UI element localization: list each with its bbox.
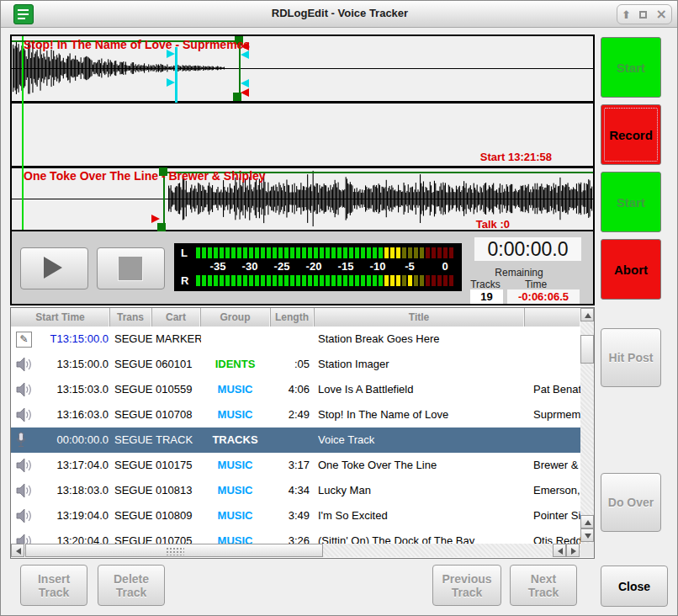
- row-type-icon-cell: [16, 377, 36, 402]
- fade-marker-top-icon[interactable]: [241, 50, 249, 59]
- meter-scale-label: -10: [370, 260, 386, 273]
- log-row[interactable]: 13:17:04.0SEGUE010175MUSIC3:17One Toke O…: [11, 453, 580, 478]
- track1-centerline: [12, 68, 593, 69]
- row-type-icon-cell: [16, 453, 36, 478]
- close-button[interactable]: Close: [601, 566, 668, 607]
- meter-segment: [237, 247, 241, 258]
- cell-start-time: T13:15:00.0: [34, 327, 109, 352]
- voice-tracker-window: RDLogEdit - Voice Tracker ⬆ ×: [0, 0, 678, 616]
- meter-scale-label: -20: [306, 260, 322, 273]
- cell-artist: Suprmemes: [533, 402, 580, 427]
- log-row[interactable]: ✎T13:15:00.0SEGUEMARKERStation Break Goe…: [11, 327, 580, 352]
- log-row-selected[interactable]: 00:00:00.0SEGUETRACKTRACKSVoice Track: [11, 427, 580, 453]
- log-row[interactable]: 13:15:03.0SEGUE010559MUSIC4:06Love Is A …: [11, 377, 580, 402]
- right-arrow-icon: [571, 548, 576, 555]
- next-track-button[interactable]: Next Track: [510, 565, 577, 606]
- column-header-trans[interactable]: Trans: [109, 308, 152, 327]
- hit-post-button[interactable]: Hit Post: [601, 328, 661, 387]
- cell-cart: 060101: [156, 352, 201, 377]
- cell-transition: SEGUE: [114, 352, 153, 377]
- meter-segment: [432, 275, 436, 286]
- v-scroll-down-button[interactable]: [580, 528, 594, 542]
- cell-group: TRACKS: [200, 427, 270, 453]
- v-scroll-up-button[interactable]: [580, 308, 594, 321]
- column-header-start-time[interactable]: Start Time: [11, 308, 110, 327]
- row-type-icon-cell: [16, 352, 36, 377]
- meter-segment: [196, 247, 200, 258]
- cell-group: MUSIC: [200, 478, 270, 503]
- meter-segment: [449, 247, 453, 258]
- thumb-grip: [166, 547, 184, 555]
- log-row[interactable]: 13:19:04.0SEGUE010809MUSIC3:49I'm So Exc…: [11, 503, 580, 528]
- talk-time-label: Talk :0: [331, 218, 510, 231]
- meter-segment: [326, 275, 330, 286]
- cell-start-time: 13:17:04.0: [34, 453, 109, 478]
- log-row[interactable]: 13:18:03.0SEGUE010813MUSIC4:34Lucky ManE…: [11, 478, 580, 503]
- cell-artist: [533, 352, 580, 377]
- track3-handle-bottom[interactable]: [157, 223, 166, 231]
- v-scroll-up2-button[interactable]: [580, 515, 594, 528]
- meter-segment: [314, 247, 318, 258]
- play-icon: [44, 257, 62, 279]
- shade-icon[interactable]: ⬆: [622, 9, 631, 20]
- column-header-length[interactable]: Length: [270, 308, 315, 327]
- v-scroll-thumb[interactable]: [580, 335, 594, 364]
- meter-segment: [390, 275, 395, 286]
- row-type-icon-cell: [16, 528, 36, 544]
- column-header-cart[interactable]: Cart: [151, 308, 201, 327]
- meter-segment: [278, 247, 283, 258]
- record-button[interactable]: Record: [601, 104, 661, 165]
- previous-track-button[interactable]: Previous Track: [432, 565, 501, 606]
- meter-segment: [267, 275, 271, 286]
- cell-length: 2:49: [270, 402, 310, 427]
- cell-transition: SEGUE: [114, 503, 153, 528]
- meter-segment: [225, 247, 230, 258]
- h-scroll-left-button[interactable]: [11, 544, 24, 557]
- track1-fade-marker-line[interactable]: [175, 47, 177, 103]
- cell-artist: Otis Redding: [533, 528, 580, 544]
- meter-segment: [402, 275, 406, 286]
- maximize-icon[interactable]: [639, 11, 647, 19]
- track3-title: One Toke Over The Line - Brewer & Shiple…: [24, 169, 266, 183]
- insert-track-button[interactable]: Insert Track: [20, 565, 87, 606]
- play-button[interactable]: [20, 247, 88, 289]
- stop-icon: [118, 256, 143, 281]
- down-arrow-icon: [585, 534, 591, 539]
- start-track1-button[interactable]: Start: [601, 37, 661, 98]
- fade-marker-bottom-icon[interactable]: [241, 79, 249, 88]
- cell-title: I'm So Excited: [318, 503, 525, 528]
- meter-segment: [361, 275, 365, 286]
- end-marker-bottom-icon[interactable]: [241, 88, 249, 97]
- h-scroll-right-button[interactable]: [566, 544, 580, 557]
- cell-artist: Pointer Sisters: [533, 503, 580, 528]
- log-row[interactable]: 13:15:00.0SEGUE060101IDENTS:05Station Im…: [11, 352, 580, 377]
- cell-start-time: 13:16:03.0: [34, 402, 109, 427]
- meter-segment: [414, 247, 418, 258]
- meter-segment: [408, 247, 412, 258]
- close-window-icon[interactable]: ×: [655, 8, 666, 21]
- column-header-title[interactable]: Title: [314, 308, 525, 327]
- meter-segment: [284, 247, 289, 258]
- do-over-button[interactable]: Do Over: [601, 473, 661, 532]
- cell-group: [200, 327, 270, 352]
- abort-button[interactable]: Abort: [601, 239, 661, 300]
- meter-segment: [202, 275, 206, 286]
- log-row[interactable]: 13:20:04.0SEGUE010705MUSIC3:26(Sittin' O…: [11, 528, 580, 544]
- h-scroll-left2-button[interactable]: [553, 544, 566, 557]
- column-header-group[interactable]: Group: [200, 308, 271, 327]
- speaker-icon: [16, 357, 33, 372]
- start-track3-button[interactable]: Start: [601, 172, 661, 232]
- log-row[interactable]: 13:16:03.0SEGUE010708MUSIC2:49Stop! In T…: [11, 402, 580, 427]
- speaker-icon: [16, 382, 33, 397]
- track3-start-marker-icon[interactable]: [151, 215, 160, 223]
- marker-note-icon: ✎: [16, 332, 32, 348]
- cell-artist: [533, 427, 580, 453]
- fadedown-bottom-icon[interactable]: [167, 78, 175, 87]
- playhead-line[interactable]: [22, 36, 24, 230]
- cell-transition: SEGUE: [114, 453, 153, 478]
- waveform-panel[interactable]: Stop! In The Name of Love - Suprmemes On…: [10, 35, 595, 231]
- h-scroll-thumb[interactable]: [25, 544, 323, 557]
- delete-track-button[interactable]: Delete Track: [98, 565, 165, 606]
- stop-button[interactable]: [97, 247, 165, 289]
- column-header-artist[interactable]: [524, 308, 581, 327]
